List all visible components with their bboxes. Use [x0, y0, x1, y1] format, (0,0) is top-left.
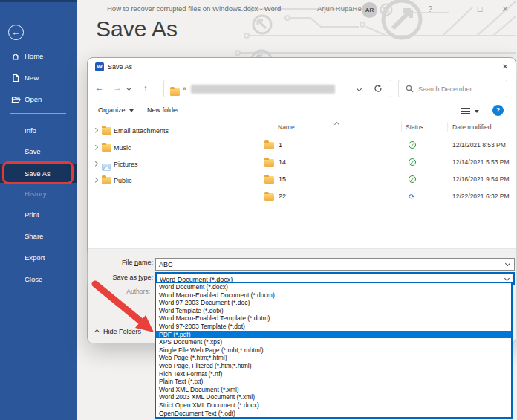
- sync-status-icon: [409, 193, 417, 201]
- file-type-option[interactable]: Word XML Document (*.xml): [156, 386, 511, 394]
- table-row[interactable]: 14 12/14/2021 5:53 PM File folder: [173, 154, 516, 171]
- label-part: Save as: [112, 274, 138, 281]
- sidebar-item-print[interactable]: Print: [0, 207, 77, 222]
- nav-back-button[interactable]: ←: [94, 82, 105, 94]
- date-modified: 12/1/2021 8:53 PM: [452, 137, 506, 154]
- column-name[interactable]: Name: [278, 123, 295, 131]
- column-divider[interactable]: [401, 122, 402, 132]
- table-row[interactable]: 15 12/16/2021 9:54 PM File folder: [173, 171, 516, 188]
- tree-item-pictures[interactable]: Pictures: [88, 158, 172, 171]
- nav-history-chevron-icon[interactable]: [126, 85, 131, 91]
- file-type-option[interactable]: Word Document (*.docx): [156, 283, 511, 291]
- search-icon: [406, 85, 414, 93]
- table-row[interactable]: 1 12/1/2021 8:53 PM File folder: [173, 137, 516, 154]
- column-status[interactable]: Status: [406, 123, 423, 131]
- file-type-option[interactable]: Web Page, Filtered (*.htm;*.html): [156, 362, 511, 370]
- dialog-help-icon[interactable]: ?: [492, 105, 504, 116]
- nav-up-button[interactable]: ↑: [140, 82, 152, 94]
- nav-forward-button[interactable]: →: [111, 82, 123, 94]
- maximize-button[interactable]: □: [474, 4, 486, 15]
- file-name: 14: [279, 154, 286, 171]
- folder-icon: [264, 193, 274, 201]
- tree-item-public[interactable]: Public: [88, 174, 172, 187]
- label-part: ype:: [140, 274, 153, 281]
- sidebar-item-share[interactable]: Share: [0, 229, 77, 244]
- column-divider[interactable]: [447, 122, 448, 132]
- dialog-close-button[interactable]: ✕: [498, 61, 513, 73]
- help-icon[interactable]: ?: [424, 4, 436, 15]
- hide-folders-button[interactable]: Hide Folders: [95, 328, 141, 335]
- tree-item-label: Email attachments: [114, 124, 169, 138]
- sidebar-item-new[interactable]: New: [0, 71, 77, 85]
- file-type-option[interactable]: Word 2003 XML Document (*.xml): [156, 393, 511, 401]
- open-folder-icon: [11, 95, 21, 104]
- close-button[interactable]: ✕: [499, 4, 511, 15]
- file-type-option[interactable]: Rich Text Format (*.rtf): [156, 370, 511, 378]
- avatar[interactable]: AR: [362, 2, 377, 18]
- chevron-right-icon[interactable]: [93, 161, 97, 166]
- sidebar-item-close[interactable]: Close: [0, 272, 77, 287]
- organize-button[interactable]: Organize: [98, 106, 134, 114]
- sync-status-icon: [409, 175, 416, 183]
- folder-icon: [102, 127, 111, 135]
- tree-item-label: Public: [114, 174, 169, 187]
- sidebar-item-label: New: [25, 74, 39, 82]
- folder-icon: [264, 176, 274, 184]
- caret-down-icon: [129, 109, 134, 112]
- document-title: How to recover corrupted files on Window…: [107, 4, 281, 13]
- refresh-icon[interactable]: [374, 84, 384, 94]
- tree-item-email-attachments[interactable]: Email attachments: [88, 124, 172, 138]
- dialog-title: Save As: [108, 63, 132, 71]
- view-caret-down-icon[interactable]: [475, 110, 479, 113]
- address-chevron-down-icon[interactable]: [357, 86, 362, 91]
- sidebar-divider: [10, 113, 66, 114]
- file-name: 1: [279, 137, 282, 154]
- file-name-input[interactable]: ABC: [155, 258, 515, 271]
- search-input[interactable]: [417, 83, 502, 94]
- back-button[interactable]: ←: [8, 25, 24, 40]
- file-type-option[interactable]: Plain Text (*.txt): [156, 378, 511, 386]
- address-bar[interactable]: «: [163, 80, 391, 97]
- file-type-option[interactable]: PDF (*.pdf): [156, 331, 511, 339]
- tree-item-music[interactable]: Music: [88, 141, 172, 155]
- file-type-option[interactable]: Single File Web Page (*.mht;*.mhtml): [156, 346, 511, 355]
- file-type-option[interactable]: Word Macro-Enabled Template (*.dotm): [156, 314, 511, 323]
- sync-status-icon: [409, 141, 416, 149]
- new-folder-button[interactable]: New folder: [147, 106, 179, 114]
- file-type-option[interactable]: Word Macro-Enabled Document (*.docm): [156, 291, 511, 300]
- label-part: File: [122, 259, 134, 266]
- chevron-down-icon[interactable]: [504, 276, 510, 281]
- table-row[interactable]: 22 12/22/2021 6:32 PM File folder: [173, 188, 516, 205]
- chevron-right-icon[interactable]: [93, 145, 97, 149]
- file-type-option[interactable]: Strict Open XML Document (*.docx): [156, 401, 511, 410]
- file-type-option[interactable]: Web Page (*.htm;*.html): [156, 354, 511, 362]
- sync-status-icon: [409, 158, 416, 166]
- minimize-button[interactable]: –: [449, 4, 461, 15]
- sidebar-item-info[interactable]: Info: [0, 123, 77, 138]
- file-type-option[interactable]: Word Template (*.dotx): [156, 307, 511, 315]
- sidebar-item-home[interactable]: Home: [0, 49, 77, 64]
- sidebar-item-history: History: [0, 187, 77, 201]
- chevron-down-icon[interactable]: [505, 261, 510, 266]
- sidebar-item-label: Info: [25, 126, 36, 135]
- list-view-icon[interactable]: [461, 108, 470, 114]
- folder-icon: [102, 144, 111, 152]
- dialog-toolbar: Organize New folder ?: [88, 101, 516, 120]
- page-title: Save As: [96, 16, 178, 42]
- file-type-option[interactable]: OpenDocument Text (*.odt): [156, 410, 511, 418]
- file-type-option[interactable]: XPS Document (*.xps): [156, 338, 511, 346]
- chevron-right-icon[interactable]: [93, 128, 97, 132]
- file-type-option[interactable]: Word 97-2003 Document (*.doc): [156, 299, 511, 307]
- sidebar-item-save[interactable]: Save: [0, 144, 77, 159]
- sort-ascending-icon: [334, 122, 339, 127]
- file-type-option[interactable]: Word 97-2003 Template (*.dot): [156, 323, 511, 331]
- column-date-modified[interactable]: Date modified: [452, 123, 491, 131]
- chevron-right-icon[interactable]: [93, 178, 97, 182]
- search-box: [398, 80, 507, 97]
- sidebar-item-open[interactable]: Open: [0, 92, 77, 107]
- sidebar-item-label: Home: [25, 52, 43, 60]
- new-document-icon: [11, 74, 20, 83]
- backstage-sidebar: ← Home New Open Info Save Save As Histor…: [0, 0, 77, 420]
- sidebar-item-export[interactable]: Export: [0, 251, 77, 265]
- folder-icon: [264, 159, 274, 167]
